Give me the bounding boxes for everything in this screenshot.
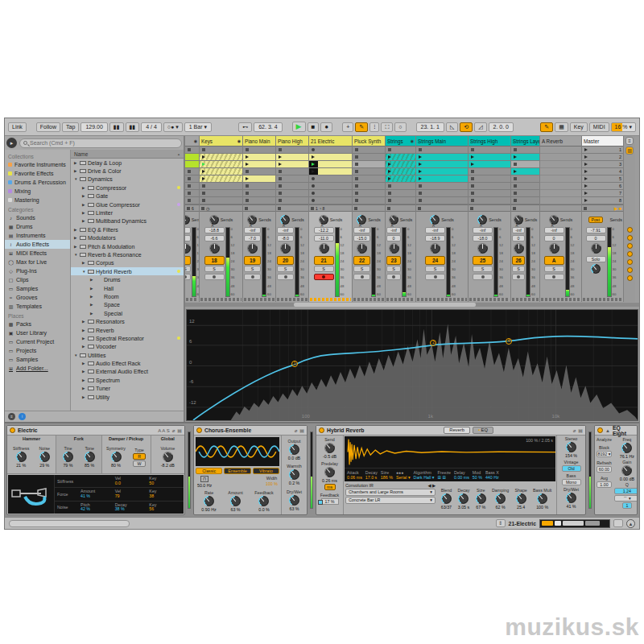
track-activator-button[interactable]: 21 [314,256,334,265]
electric-param-cell[interactable]: Key 50 [149,477,184,486]
clip-slot[interactable] [386,190,415,197]
send-a-knob[interactable] [247,215,257,225]
clip-slot[interactable] [200,168,242,175]
reverb-param-value[interactable]: 186 % [381,475,393,480]
stop-all-clips-button[interactable] [540,204,581,212]
clip-slot[interactable] [309,161,352,168]
arm-button[interactable] [277,274,294,280]
knob-value[interactable]: 0.2 % [289,481,300,485]
hot-swap-icon[interactable]: ⌀ [573,427,576,433]
expand-arrow-icon[interactable]: ▶ [74,236,78,240]
expand-arrow-icon[interactable]: ▶ [82,395,86,399]
clip-slot[interactable] [243,183,275,190]
group-fold-icon[interactable]: ◉ [237,138,241,143]
mixer-toggle-mixer[interactable] [627,251,633,257]
stop-all-clips-button[interactable] [469,204,510,212]
browser-tree-item[interactable]: ▶ Corpus [71,259,184,267]
param-value[interactable]: 79 [115,494,150,499]
clip-slot[interactable] [276,175,308,183]
knob-value[interactable]: 3.05 s [458,505,469,510]
reverb-param[interactable]: Size 186 % [381,470,393,480]
save-preset-icon[interactable]: ▤ [177,427,182,433]
crossfade-assign[interactable] [541,298,580,301]
reverb-param[interactable]: Mod 50 % [473,470,482,480]
clip-slot[interactable] [511,161,539,168]
clip-slot[interactable] [200,154,242,161]
pan-knob[interactable] [514,243,524,254]
clip-slot[interactable] [511,147,539,154]
expand-arrow-icon[interactable]: ▶ [82,219,86,223]
collection-item[interactable]: Mixing [5,187,70,196]
expand-arrow-icon[interactable]: ▶ [90,303,94,307]
expand-arrow-icon[interactable]: ▶ [90,278,94,282]
loop-length-display[interactable]: 2. 0. 0 [489,122,514,132]
track-activator-button[interactable] [185,256,191,265]
solo-button[interactable]: S [512,266,525,272]
browser-tree-item[interactable]: ▼ Utilities [71,351,184,359]
clip-slot[interactable] [386,168,415,175]
solo-button[interactable]: S [544,266,564,272]
expand-arrow-icon[interactable]: ▼ [74,177,78,181]
browser-tree-item[interactable]: ▼ Hybrid Reverb [71,267,184,275]
clip-slot[interactable] [243,161,275,168]
track-header[interactable]: ◉ [185,136,199,147]
param-value[interactable]: 38 [149,494,184,499]
track-header[interactable]: A Reverb [540,136,581,147]
analyze-toggle[interactable]: Analyze [597,437,612,442]
predelay-ms-toggle[interactable]: ms [324,484,336,490]
follow-button[interactable]: Follow [36,122,60,132]
clip-slot[interactable] [511,183,539,190]
browser-tree-item[interactable]: ▶ Drums [71,275,184,283]
expand-arrow-icon[interactable]: ▶ [82,386,86,390]
solo-button[interactable]: S [277,266,294,272]
nudge-up-button[interactable]: ▮▮ [126,122,140,132]
electric-param-cell[interactable]: Vel 0.0 [115,477,150,486]
q-value[interactable]: 1.24 [614,488,638,494]
pan-knob[interactable] [389,243,399,254]
clip-slot[interactable] [309,175,352,183]
browser-tree-item[interactable]: ▶ Delay & Loop [71,159,184,167]
stiffness-knob[interactable] [16,452,27,462]
reverb-param[interactable]: Decay 17.0 s [365,470,378,480]
clip-slot[interactable] [243,197,275,204]
clip-slot[interactable] [276,168,308,175]
clip-slot[interactable] [309,183,352,190]
track-activator-button[interactable]: 24 [425,256,445,265]
electric-param-cell[interactable]: Key 38 [149,489,184,499]
metronome-button[interactable]: ○● ▾ [163,122,183,132]
clip-slot[interactable] [511,168,539,175]
category-item[interactable]: ▥ Templates [5,302,70,311]
filter-type-selector[interactable]: ⌒ ▾ [614,495,638,502]
mixer-toggle-io[interactable] [627,227,633,233]
scene-slot[interactable]: 1 [582,147,623,154]
stop-all-clips-button[interactable]: ◷ [200,204,242,212]
browser-tree-item[interactable]: ▶ Vocoder [71,343,184,351]
pan-knob[interactable] [430,243,440,254]
solo-button[interactable]: S [473,266,493,272]
browser-tree-item[interactable]: ▶ Compressor [71,184,184,192]
electric-param-cell[interactable]: Amount 41 % [80,489,115,499]
reverb-param[interactable]: Freeze ⊞ ⊞ [438,470,452,480]
cue-volume-knob[interactable] [591,264,601,274]
eq-band-node[interactable]: 4 [506,338,512,345]
expand-arrow-icon[interactable]: ▶ [90,287,94,291]
browser-tree-item[interactable]: ▶ Special [71,309,184,317]
hybrid-knob[interactable] [458,493,469,504]
browser-tree-item[interactable]: ▶ Limiter [71,208,184,217]
band-toggle[interactable]: 1 [622,502,632,509]
mixer-toggle-perf[interactable] [627,275,633,281]
stop-all-clips-button[interactable]: 1 ◔ 8 [309,204,352,212]
expand-arrow-icon[interactable]: ▶ [74,161,78,165]
clip-slot[interactable] [185,190,199,197]
hot-swap-icon[interactable]: ⌀ [295,427,298,433]
hot-swap-icon[interactable]: ⌀ [172,427,175,433]
category-item[interactable]: ≈ Grooves [5,293,70,302]
stop-all-clips-button[interactable] [243,204,275,212]
browser-tree-item[interactable]: ▼ Dynamics [71,175,184,184]
pan-knob[interactable] [477,243,488,254]
reverb-param[interactable]: Algorithm Dark Hall ▾ [414,470,435,480]
send-a-knob[interactable] [477,215,487,225]
computer-midi-keyboard-button[interactable]: ▦ [555,122,568,132]
volume-display[interactable]: -6.6 [204,235,225,242]
pan-knob[interactable] [247,243,258,254]
